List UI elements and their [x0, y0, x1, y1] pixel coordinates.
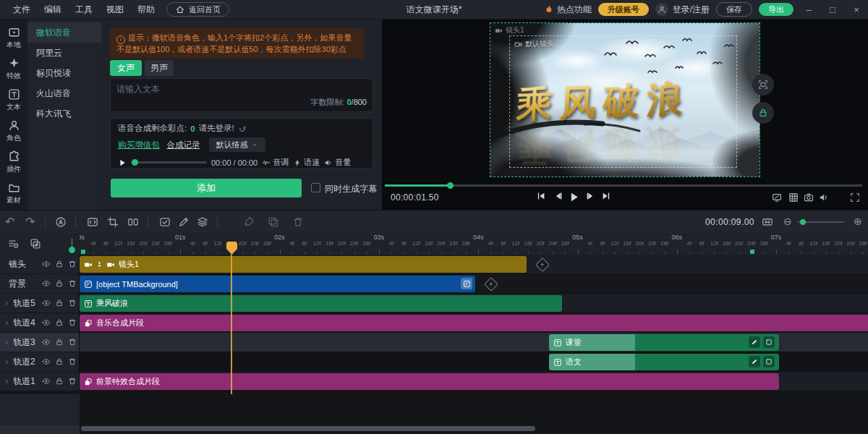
track-lane-4[interactable]: 音乐合成片段 — [80, 313, 868, 333]
chevron-right-icon[interactable] — [4, 339, 10, 346]
sidebar-item-6[interactable]: 素材 — [0, 178, 27, 209]
brush-icon[interactable] — [243, 216, 255, 228]
emotion-dropdown[interactable]: 默认情感 — [209, 137, 265, 152]
eye-icon[interactable] — [42, 260, 51, 268]
range-start-marker[interactable] — [81, 250, 85, 254]
tts-text-input[interactable]: 请输入文本 字数限制: 0/800 — [110, 78, 373, 112]
anchor-icon[interactable] — [55, 216, 67, 228]
lock-button[interactable] — [752, 102, 774, 124]
maximize-button[interactable]: □ — [824, 4, 841, 15]
zoom-out-icon[interactable]: ⊖ — [783, 216, 792, 227]
chevron-right-icon[interactable] — [4, 320, 10, 326]
lock-icon[interactable] — [55, 338, 64, 346]
clip-animate-button[interactable] — [749, 336, 760, 348]
eye-icon[interactable] — [42, 338, 51, 346]
track-manager-icon[interactable] — [8, 238, 20, 250]
sidebar-item-1[interactable]: 本地 — [0, 22, 27, 54]
track-header-5[interactable]: 轨道3 — [0, 333, 80, 352]
copy-icon[interactable] — [268, 216, 279, 228]
menu-item-5[interactable]: 帮助 — [137, 4, 155, 16]
sidebar-item-5[interactable]: 插件 — [0, 147, 27, 178]
hot-features-button[interactable]: 热点功能 — [557, 4, 592, 16]
track-lane-6[interactable]: 语文 — [80, 352, 868, 372]
minimize-button[interactable]: – — [800, 4, 817, 15]
prev-frame-icon[interactable] — [553, 191, 563, 201]
timeline-clip[interactable]: 镜头1 — [80, 256, 527, 273]
voice-engine-item-2[interactable]: 阿里云 — [27, 43, 101, 63]
save-button[interactable]: 保存 — [716, 2, 752, 17]
lock-icon[interactable] — [55, 377, 64, 386]
export-button[interactable]: 导出 — [759, 3, 793, 16]
audition-slider[interactable] — [131, 161, 207, 163]
audition-play-button[interactable] — [118, 158, 127, 167]
lock-icon[interactable] — [55, 299, 64, 307]
voice-engine-item-1[interactable]: 微软语音 — [27, 22, 101, 43]
skip-end-icon[interactable] — [601, 191, 611, 201]
layers-icon[interactable] — [197, 216, 208, 228]
lock-icon[interactable] — [55, 279, 64, 288]
display-icon[interactable] — [772, 192, 782, 203]
lock-icon[interactable] — [55, 318, 64, 327]
timeline-clip[interactable]: 音乐合成片段 — [80, 315, 868, 331]
trash-icon[interactable] — [68, 260, 77, 268]
sidebar-item-3[interactable]: 文本 — [0, 85, 27, 116]
tab-female-voice[interactable]: 女声 — [110, 60, 142, 76]
timeline-clip[interactable]: 课堂 — [549, 334, 779, 351]
frame-fit-button[interactable] — [752, 74, 774, 95]
add-keyframe-button[interactable]: + — [484, 277, 498, 292]
clip-animate-button[interactable] — [749, 356, 760, 367]
eye-icon[interactable] — [42, 279, 51, 288]
split-icon[interactable] — [127, 216, 139, 228]
trash-icon[interactable] — [68, 318, 77, 327]
menu-item-1[interactable]: 文件 — [13, 4, 30, 16]
eye-icon[interactable] — [42, 318, 51, 327]
track-header-4[interactable]: 轨道4 — [0, 313, 80, 333]
zoom-knob[interactable] — [800, 219, 806, 225]
pitch-control[interactable]: 音调 — [262, 157, 289, 168]
eye-icon[interactable] — [42, 299, 51, 307]
close-button[interactable]: × — [848, 4, 865, 15]
progress-knob[interactable] — [447, 182, 454, 189]
subtitle-checkbox[interactable] — [311, 183, 320, 192]
volume-control[interactable]: 音量 — [324, 157, 351, 168]
zoom-in-icon[interactable]: ⊕ — [854, 216, 862, 227]
sidebar-item-2[interactable]: 特效 — [0, 54, 27, 85]
trash-icon[interactable] — [68, 338, 77, 346]
next-frame-icon[interactable] — [585, 191, 595, 201]
code-frame-icon[interactable] — [87, 216, 98, 228]
edit-icon[interactable] — [178, 216, 190, 228]
range-end-marker[interactable] — [750, 250, 754, 254]
timeline-clip[interactable]: 语文 — [549, 354, 779, 370]
grid-icon[interactable] — [788, 192, 799, 203]
playback-progress-bar[interactable] — [385, 184, 862, 187]
timeline-clip[interactable]: 前景特效合成片段 — [80, 373, 779, 390]
menu-item-4[interactable]: 视图 — [106, 4, 124, 16]
refresh-icon[interactable] — [238, 124, 247, 133]
track-header-7[interactable]: 轨道1 — [0, 372, 80, 391]
delete-icon[interactable] — [292, 216, 304, 228]
clip-select-icon[interactable] — [159, 216, 171, 228]
chevron-right-icon[interactable] — [4, 300, 10, 307]
user-avatar-icon[interactable] — [655, 3, 668, 16]
track-header-3[interactable]: 轨道5 — [0, 294, 80, 313]
trash-icon[interactable] — [68, 279, 77, 288]
add-button[interactable]: 添加 — [111, 179, 302, 197]
background-clip-icon[interactable] — [461, 278, 472, 289]
trash-icon[interactable] — [68, 377, 77, 386]
voice-engine-item-4[interactable]: 火山语音 — [27, 83, 101, 103]
add-keyframe-button[interactable]: + — [535, 258, 550, 272]
track-header-1[interactable]: 镜头 — [0, 255, 80, 274]
crop-icon[interactable] — [107, 216, 119, 228]
home-button[interactable]: 返回首页 — [166, 2, 229, 17]
login-button[interactable]: 登录/注册 — [673, 4, 710, 16]
clip-style-button[interactable] — [763, 336, 775, 348]
menu-item-3[interactable]: 工具 — [75, 4, 93, 16]
sidebar-item-4[interactable]: 角色 — [0, 116, 27, 147]
trash-icon[interactable] — [68, 299, 77, 307]
snapshot-icon[interactable] — [804, 192, 814, 203]
track-lane-3[interactable]: 乘风破浪 — [80, 294, 868, 313]
timeline-clip[interactable]: 乘风破浪 — [80, 295, 562, 312]
lock-icon[interactable] — [55, 357, 64, 366]
track-header-6[interactable]: 轨道2 — [0, 352, 80, 372]
undo-icon[interactable]: ↶ — [5, 216, 14, 228]
